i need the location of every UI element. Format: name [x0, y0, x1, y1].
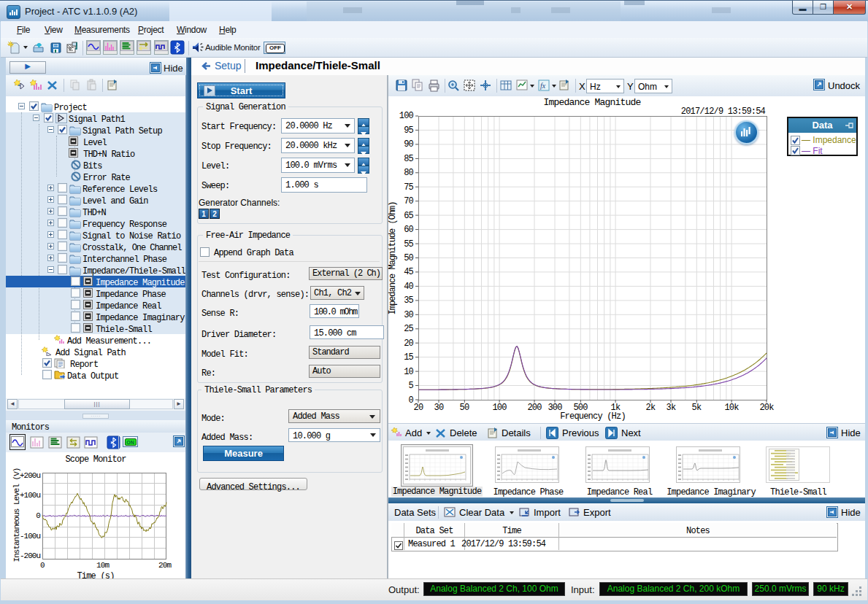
svg-text:fx: fx	[540, 82, 546, 90]
